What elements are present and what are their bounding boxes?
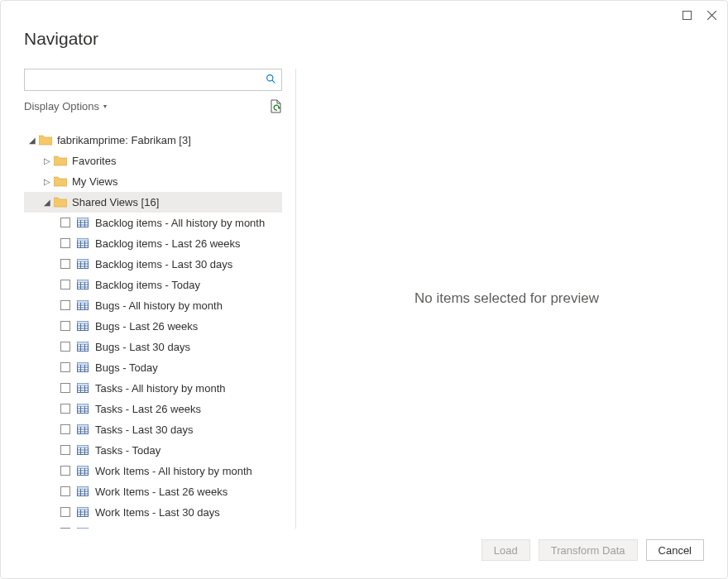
checkbox[interactable] <box>60 424 70 434</box>
checkbox[interactable] <box>60 300 70 310</box>
dialog-header: Navigator <box>1 29 727 60</box>
tree-leaf-item[interactable]: Tasks - Last 26 weeks <box>24 399 282 419</box>
svg-rect-39 <box>78 301 89 304</box>
checkbox[interactable] <box>60 218 70 227</box>
display-options-dropdown[interactable]: Display Options ▾ <box>24 100 107 112</box>
folder-icon <box>54 197 67 208</box>
close-button[interactable] <box>702 6 721 24</box>
tree-leaf-item[interactable]: Bugs - All history by month <box>24 295 282 316</box>
tree-node-shared-views[interactable]: ◢ Shared Views [16] <box>24 192 282 213</box>
tree-node-my-views[interactable]: ▷ My Views <box>24 171 282 192</box>
search-box[interactable] <box>24 69 282 91</box>
tree-leaf-label: Bugs - All history by month <box>95 299 223 312</box>
tree-leaf-item[interactable]: Backlog items - Today <box>24 275 282 295</box>
tree-leaf-label: Backlog items - All history by month <box>95 217 265 229</box>
tree-leaf-label: Tasks - Last 26 weeks <box>95 403 201 415</box>
tree-leaf-item[interactable]: Work Items - Last 30 days <box>24 502 282 523</box>
left-pane: Display Options ▾ ◢ <box>24 69 282 529</box>
folder-icon <box>54 156 67 166</box>
checkbox[interactable] <box>60 362 70 372</box>
checkbox[interactable] <box>60 238 70 248</box>
folder-icon <box>54 176 67 187</box>
table-icon <box>77 300 89 310</box>
tree-leaf-item[interactable]: Tasks - Last 30 days <box>24 419 282 440</box>
tree-leaf-label: Backlog items - Last 30 days <box>95 258 232 270</box>
checkbox[interactable] <box>60 383 70 393</box>
table-icon <box>77 362 89 372</box>
tree-node-label: Favorites <box>72 155 116 167</box>
display-options-label: Display Options <box>24 100 99 112</box>
table-icon <box>77 466 89 476</box>
svg-rect-74 <box>78 404 89 407</box>
svg-rect-25 <box>78 260 89 262</box>
tree-leaf-item[interactable]: Work Items - All history by month <box>24 461 282 481</box>
cancel-button[interactable]: Cancel <box>646 539 704 561</box>
vertical-divider <box>295 69 296 529</box>
tree-leaf-item[interactable]: Backlog items - Last 30 days <box>24 254 282 275</box>
search-icon[interactable] <box>266 74 276 87</box>
svg-rect-81 <box>78 425 89 428</box>
collapse-icon[interactable]: ◢ <box>42 198 52 207</box>
tree-leaf-label: Bugs - Today <box>95 361 158 374</box>
svg-rect-46 <box>78 322 89 324</box>
search-input[interactable] <box>30 73 266 87</box>
display-options-row: Display Options ▾ <box>24 94 282 118</box>
tree-leaf-item[interactable]: Tasks - All history by month <box>24 378 282 399</box>
tree-leaf-item[interactable]: Tasks - Today <box>24 440 282 461</box>
checkbox[interactable] <box>60 404 70 414</box>
checkbox[interactable] <box>60 466 70 476</box>
tree-leaf-label: Bugs - Last 26 weeks <box>95 320 198 333</box>
tree-node-favorites[interactable]: ▷ Favorites <box>24 151 282 171</box>
table-icon <box>77 424 89 434</box>
svg-rect-53 <box>78 342 89 345</box>
dialog-footer: Load Transform Data Cancel <box>1 537 727 578</box>
tree-leaf-item[interactable]: Bugs - Last 26 weeks <box>24 316 282 337</box>
table-icon <box>77 321 89 331</box>
table-icon <box>77 486 89 496</box>
checkbox[interactable] <box>60 321 70 331</box>
svg-rect-18 <box>78 239 89 242</box>
tree-leaf-label: Work Items - Today <box>95 527 188 529</box>
checkbox[interactable] <box>60 342 70 352</box>
table-icon <box>77 218 89 227</box>
tree-leaf-label: Work Items - Last 26 weeks <box>95 486 228 498</box>
checkbox[interactable] <box>60 280 70 290</box>
table-icon <box>77 259 89 269</box>
table-icon <box>77 528 89 529</box>
tree-leaf-label: Tasks - Last 30 days <box>95 423 194 436</box>
svg-line-4 <box>272 80 275 83</box>
tree-leaf-item[interactable]: Work Items - Last 26 weeks <box>24 481 282 502</box>
tree-leaf-item[interactable]: Backlog items - All history by month <box>24 213 282 233</box>
checkbox[interactable] <box>60 259 70 269</box>
checkbox[interactable] <box>60 445 70 455</box>
tree-leaf-item[interactable]: Work Items - Today <box>24 523 282 529</box>
table-icon <box>77 404 89 414</box>
refresh-file-icon <box>270 99 282 113</box>
tree-root[interactable]: ◢ fabrikamprime: Fabrikam [3] <box>24 130 282 151</box>
tree-leaf-label: Tasks - Today <box>95 444 160 457</box>
table-icon <box>77 507 89 517</box>
table-icon <box>77 342 89 352</box>
checkbox[interactable] <box>60 507 70 517</box>
close-icon <box>707 11 716 20</box>
expand-icon[interactable]: ▷ <box>42 177 52 186</box>
transform-data-button[interactable]: Transform Data <box>539 539 638 561</box>
tree-node-label: Shared Views [16] <box>72 196 159 208</box>
maximize-icon <box>682 11 692 20</box>
maximize-button[interactable] <box>678 6 696 24</box>
tree-leaf-item[interactable]: Backlog items - Last 26 weeks <box>24 233 282 254</box>
tree-leaf-item[interactable]: Bugs - Today <box>24 357 282 378</box>
load-button[interactable]: Load <box>481 539 530 561</box>
tree-leaf-label: Backlog items - Today <box>95 279 200 291</box>
checkbox[interactable] <box>60 528 70 529</box>
titlebar <box>1 1 727 29</box>
folder-icon <box>39 135 52 146</box>
preview-pane: No items selected for preview <box>309 69 704 529</box>
refresh-button[interactable] <box>270 99 282 113</box>
collapse-icon[interactable]: ◢ <box>27 136 37 145</box>
expand-icon[interactable]: ▷ <box>42 156 52 165</box>
tree-leaf-item[interactable]: Bugs - Last 30 days <box>24 337 282 357</box>
chevron-down-icon: ▾ <box>103 103 107 110</box>
checkbox[interactable] <box>60 486 70 496</box>
dialog-title: Navigator <box>24 29 704 49</box>
